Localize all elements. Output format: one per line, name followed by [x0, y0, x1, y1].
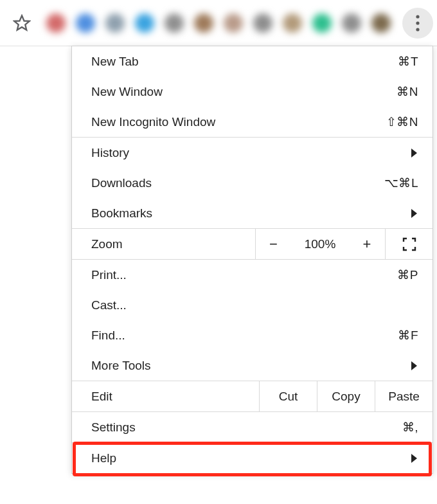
extension-icon[interactable] — [224, 14, 243, 33]
menu-item-label: New Tab — [91, 55, 139, 69]
menu-shortcut: ⌘P — [397, 267, 418, 282]
menu-item-history[interactable]: History — [72, 138, 433, 168]
submenu-arrow-icon — [411, 361, 417, 370]
menu-shortcut: ⌥⌘L — [384, 176, 418, 190]
extension-icon[interactable] — [312, 14, 332, 33]
extension-icon[interactable] — [283, 14, 302, 33]
fullscreen-icon — [402, 237, 416, 251]
zoom-out-button[interactable]: − — [255, 229, 291, 259]
menu-shortcut: ⌘N — [397, 84, 418, 99]
extension-icons-area — [35, 14, 397, 33]
chrome-main-menu: New Tab ⌘T New Window ⌘N New Incognito W… — [71, 46, 433, 474]
menu-item-help[interactable]: Help — [72, 443, 433, 473]
menu-item-cast[interactable]: Cast... — [72, 290, 433, 320]
menu-item-label: New Incognito Window — [91, 115, 215, 129]
menu-item-label: Bookmarks — [91, 206, 152, 221]
extension-icon[interactable] — [165, 14, 184, 33]
menu-item-edit: Edit Cut Copy Paste — [72, 381, 433, 411]
menu-item-print[interactable]: Print... ⌘P — [72, 260, 433, 290]
menu-shortcut: ⇧⌘N — [386, 114, 418, 129]
submenu-arrow-icon — [411, 209, 417, 218]
extension-icon[interactable] — [371, 14, 391, 33]
paste-button[interactable]: Paste — [375, 381, 433, 411]
bookmark-star-button[interactable] — [9, 10, 35, 36]
extension-icon[interactable] — [342, 14, 361, 33]
menu-shortcut: ⌘F — [398, 328, 418, 343]
menu-item-label: Downloads — [91, 176, 152, 190]
extension-icon[interactable] — [76, 14, 95, 33]
menu-shortcut: ⌘, — [402, 420, 418, 435]
menu-item-label: Find... — [91, 328, 125, 343]
menu-item-zoom: Zoom − 100% + — [72, 229, 433, 259]
svg-point-2 — [416, 21, 419, 24]
extension-icon[interactable] — [253, 14, 272, 33]
zoom-label: Zoom — [72, 229, 255, 259]
menu-item-new-window[interactable]: New Window ⌘N — [72, 76, 433, 107]
menu-item-label: History — [91, 146, 129, 160]
svg-point-3 — [416, 28, 419, 31]
menu-item-new-incognito[interactable]: New Incognito Window ⇧⌘N — [72, 107, 433, 137]
extension-icon[interactable] — [46, 14, 66, 33]
copy-button[interactable]: Copy — [317, 381, 375, 411]
minus-icon: − — [269, 236, 278, 253]
svg-marker-0 — [14, 15, 29, 30]
menu-item-label: More Tools — [91, 359, 151, 373]
menu-item-label: Print... — [91, 268, 127, 282]
cut-button[interactable]: Cut — [259, 381, 317, 411]
plus-icon: + — [363, 236, 371, 253]
chrome-menu-button[interactable] — [402, 8, 433, 39]
extension-icon[interactable] — [105, 14, 125, 33]
menu-item-downloads[interactable]: Downloads ⌥⌘L — [72, 168, 433, 198]
extension-icon[interactable] — [194, 14, 213, 33]
submenu-arrow-icon — [411, 454, 417, 463]
menu-shortcut: ⌘T — [398, 54, 418, 69]
submenu-arrow-icon — [411, 148, 417, 158]
menu-item-label: Help — [91, 451, 116, 465]
menu-item-settings[interactable]: Settings ⌘, — [72, 412, 433, 442]
menu-item-label: Cast... — [91, 298, 127, 312]
menu-item-label: New Window — [91, 85, 163, 99]
menu-item-label: Settings — [91, 420, 136, 435]
zoom-percentage: 100% — [291, 229, 349, 259]
zoom-in-button[interactable]: + — [349, 229, 385, 259]
star-icon — [13, 14, 31, 32]
edit-label: Edit — [72, 381, 259, 411]
menu-item-find[interactable]: Find... ⌘F — [72, 320, 433, 350]
browser-toolbar — [0, 0, 437, 46]
svg-point-1 — [416, 15, 419, 18]
menu-item-more-tools[interactable]: More Tools — [72, 350, 433, 381]
kebab-icon — [416, 15, 420, 32]
fullscreen-button[interactable] — [385, 229, 433, 259]
menu-item-new-tab[interactable]: New Tab ⌘T — [72, 46, 433, 76]
menu-item-bookmarks[interactable]: Bookmarks — [72, 198, 433, 228]
extension-icon[interactable] — [135, 14, 154, 33]
